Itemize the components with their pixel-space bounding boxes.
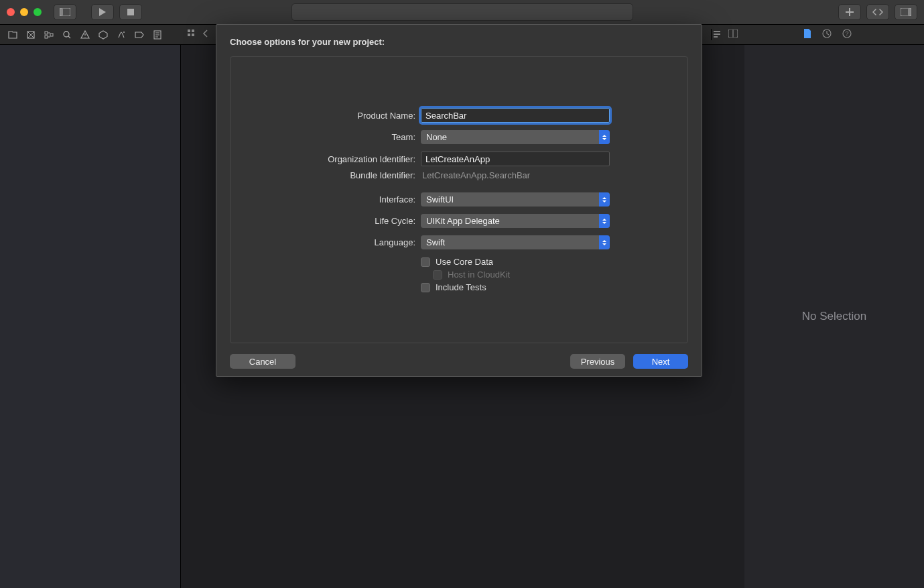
svg-rect-1 <box>60 8 63 16</box>
close-window-button[interactable] <box>7 8 15 16</box>
find-navigator-icon[interactable] <box>61 29 73 41</box>
svg-point-10 <box>123 32 125 33</box>
issue-navigator-icon[interactable] <box>79 29 91 41</box>
project-navigator-icon[interactable] <box>7 29 19 41</box>
toggle-inspector-button[interactable] <box>895 4 917 20</box>
svg-text:?: ? <box>845 30 848 37</box>
run-button[interactable] <box>91 4 114 20</box>
back-icon[interactable] <box>202 30 208 40</box>
svg-rect-18 <box>714 36 718 38</box>
stop-button[interactable] <box>119 4 142 20</box>
inspector-selector-bar: ? <box>744 29 924 40</box>
use-core-data-label: Use Core Data <box>436 257 493 267</box>
adjust-editor-options-icon[interactable] <box>712 29 722 40</box>
inspector-panel: No Selection <box>744 45 924 588</box>
bundle-id-label: Bundle Identifier: <box>257 170 421 180</box>
related-items-icon[interactable] <box>188 30 196 40</box>
svg-rect-14 <box>188 34 190 36</box>
history-inspector-icon[interactable] <box>822 29 832 40</box>
activity-status-bar <box>291 3 633 21</box>
svg-rect-17 <box>714 34 720 35</box>
project-navigator-panel <box>0 45 181 588</box>
sheet-footer: Cancel Previous Next <box>216 343 702 369</box>
lifecycle-select-value: UIKit App Delegate <box>426 216 500 226</box>
include-tests-label: Include Tests <box>436 282 486 292</box>
team-select-value: None <box>426 132 447 142</box>
titlebar <box>0 0 924 25</box>
use-core-data-checkbox[interactable] <box>421 257 430 267</box>
svg-rect-12 <box>188 30 190 32</box>
lifecycle-select[interactable]: UIKit App Delegate <box>421 214 610 228</box>
product-name-label: Product Name: <box>257 111 421 121</box>
file-inspector-icon[interactable] <box>803 29 811 40</box>
svg-rect-7 <box>45 36 48 38</box>
toggle-navigator-button[interactable] <box>54 4 76 20</box>
svg-rect-2 <box>127 9 134 15</box>
svg-rect-15 <box>192 34 194 36</box>
svg-rect-16 <box>714 31 720 32</box>
org-id-label: Organization Identifier: <box>257 154 421 164</box>
inspector-no-selection: No Selection <box>802 310 866 323</box>
org-id-input[interactable] <box>421 152 610 166</box>
report-navigator-icon[interactable] <box>151 29 163 41</box>
test-navigator-icon[interactable] <box>97 29 109 41</box>
breakpoint-navigator-icon[interactable] <box>133 29 145 41</box>
interface-label: Interface: <box>257 194 421 204</box>
new-project-options-sheet: Choose options for your new project: Pro… <box>216 24 702 377</box>
cancel-button[interactable]: Cancel <box>230 354 295 369</box>
language-label: Language: <box>257 237 421 247</box>
language-select-value: Swift <box>426 237 445 247</box>
code-review-button[interactable] <box>866 4 889 20</box>
lifecycle-label: Life Cycle: <box>257 216 421 226</box>
library-add-button[interactable] <box>838 4 861 20</box>
chevron-updown-icon <box>599 235 610 249</box>
minimize-window-button[interactable] <box>20 8 28 16</box>
breadcrumb-bar <box>181 30 208 40</box>
debug-navigator-icon[interactable] <box>115 29 127 41</box>
sheet-title: Choose options for your new project: <box>216 25 702 56</box>
interface-select-value: SwiftUI <box>426 194 454 204</box>
svg-rect-8 <box>50 34 53 36</box>
svg-rect-6 <box>45 32 48 34</box>
host-cloudkit-checkbox <box>433 270 442 280</box>
language-select[interactable]: Swift <box>421 235 610 249</box>
svg-rect-13 <box>192 30 194 32</box>
navigator-selector-bar <box>0 29 181 41</box>
team-select[interactable]: None <box>421 130 610 144</box>
product-name-input[interactable] <box>421 108 610 123</box>
team-label: Team: <box>257 132 421 142</box>
include-tests-checkbox[interactable] <box>421 283 430 292</box>
maximize-window-button[interactable] <box>34 8 42 16</box>
window-controls <box>7 8 42 16</box>
chevron-updown-icon <box>599 192 610 207</box>
symbol-navigator-icon[interactable] <box>43 29 55 41</box>
next-button[interactable]: Next <box>633 354 688 369</box>
interface-select[interactable]: SwiftUI <box>421 192 610 207</box>
source-control-navigator-icon[interactable] <box>25 29 37 41</box>
host-cloudkit-label: Host in CloudKit <box>448 270 510 280</box>
add-editor-icon[interactable] <box>728 30 738 40</box>
chevron-updown-icon <box>599 130 610 144</box>
previous-button[interactable]: Previous <box>570 354 625 369</box>
help-inspector-icon[interactable]: ? <box>842 29 852 40</box>
svg-rect-4 <box>908 8 911 16</box>
bundle-id-value: LetCreateAnApp.SearchBar <box>421 170 610 180</box>
svg-point-9 <box>64 32 69 37</box>
chevron-updown-icon <box>599 214 610 228</box>
sheet-body: Product Name: Team: None Organization Id… <box>230 56 688 343</box>
